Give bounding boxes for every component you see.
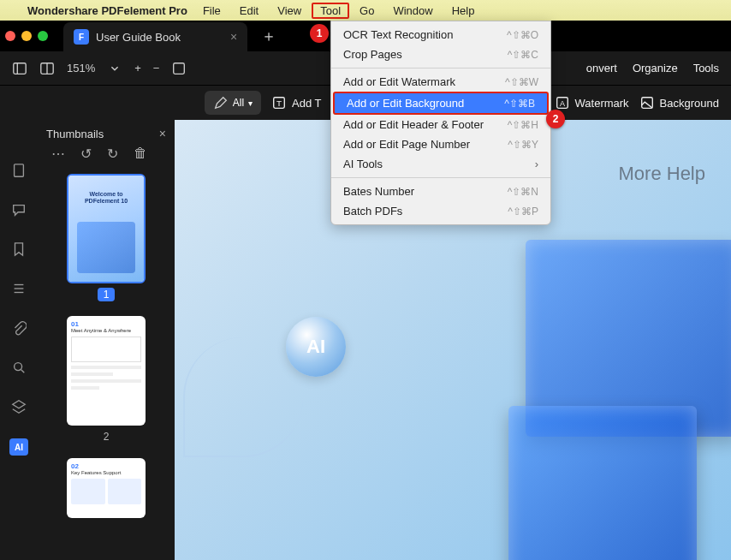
menu-item-crop-pages[interactable]: Crop Pages^⇧⌘C [331, 45, 550, 64]
maximize-window-button[interactable] [38, 31, 48, 41]
menu-window[interactable]: Window [384, 3, 441, 19]
menu-item-label: Add or Edit Background [347, 97, 504, 110]
menu-item-shortcut: ^⇧⌘H [508, 119, 538, 131]
background-icon [639, 95, 655, 110]
watermark-icon: A [555, 95, 570, 110]
menu-item-shortcut: ^⇧⌘C [508, 49, 538, 61]
annotation-1: 1 [310, 24, 329, 43]
thumbnails-panel-icon[interactable] [11, 163, 27, 178]
add-text-label: Add T [292, 97, 321, 110]
menu-tool[interactable]: Tool [312, 3, 349, 19]
menu-item-label: Crop Pages [343, 48, 508, 61]
more-options-icon[interactable]: ⋯ [51, 146, 65, 162]
edit-all-label: All [233, 97, 244, 109]
close-tab-icon[interactable]: × [230, 30, 237, 44]
tools-menu[interactable]: Tools [693, 62, 719, 74]
page-number-2: 2 [104, 431, 110, 443]
page-thumbnail-2[interactable]: 01 Meet Anytime & Anywhere [67, 316, 146, 426]
menu-item-label: AI Tools [343, 158, 535, 170]
menu-item-shortcut: ^⇧⌘N [508, 186, 538, 198]
zoom-out-button[interactable]: − [153, 62, 160, 74]
menu-item-label: Batch PDFs [343, 205, 508, 217]
menu-item-ocr-text-recognition[interactable]: OCR Text Recognition^⇧⌘O [331, 25, 550, 45]
menu-go[interactable]: Go [351, 3, 383, 19]
search-icon[interactable] [11, 360, 27, 375]
chevron-down-icon[interactable] [107, 61, 122, 76]
layers-icon[interactable] [11, 399, 27, 414]
svg-line-15 [21, 370, 25, 373]
svg-text:T: T [276, 98, 282, 108]
menu-item-add-or-edit-header-footer[interactable]: Add or Edit Header & Footer^⇧⌘H [331, 115, 550, 134]
menu-edit[interactable]: Edit [231, 3, 267, 19]
menu-item-add-or-edit-page-number[interactable]: Add or Edit Page Number^⇧⌘Y [331, 134, 550, 154]
convert-menu[interactable]: onvert [586, 62, 617, 74]
tab-title: User Guide Book [96, 31, 181, 44]
close-window-button[interactable] [5, 31, 15, 41]
minimize-window-button[interactable] [21, 31, 32, 41]
menu-item-shortcut: ^⇧⌘W [505, 76, 538, 88]
background-button[interactable]: Background [639, 95, 719, 110]
menu-file[interactable]: File [194, 3, 229, 19]
new-tab-button[interactable]: ＋ [261, 26, 276, 46]
chevron-down-icon: ▾ [248, 98, 253, 108]
menu-item-shortcut: ^⇧⌘O [507, 29, 538, 41]
menu-item-label: OCR Text Recognition [343, 28, 507, 41]
more-help-text: More Help [619, 163, 705, 185]
svg-point-14 [15, 363, 22, 371]
page-thumbnail-3[interactable]: 02 Key Features Support [67, 458, 146, 518]
menu-item-add-or-edit-watermark[interactable]: Add or Edit Watermark^⇧⌘W [331, 72, 550, 92]
rotate-right-icon[interactable]: ↻ [107, 146, 118, 162]
chevron-right-icon: › [535, 158, 538, 170]
attachments-panel-icon[interactable] [11, 320, 27, 336]
macos-menubar: Wondershare PDFelement Pro File Edit Vie… [0, 0, 731, 21]
list-panel-icon[interactable] [11, 281, 27, 296]
zoom-level[interactable]: 151% [67, 62, 95, 74]
sidebar-toggle-icon[interactable] [12, 61, 27, 76]
menu-item-ai-tools[interactable]: AI Tools› [331, 154, 550, 174]
delete-page-icon[interactable]: 🗑 [134, 146, 147, 162]
menu-item-label: Add or Edit Watermark [343, 75, 505, 88]
menu-view[interactable]: View [269, 3, 310, 19]
thumbnails-panel: Thumbnails × ⋯ ↺ ↻ 🗑 Welcome to PDFeleme… [38, 120, 175, 560]
annotation-2: 2 [546, 110, 565, 128]
app-name[interactable]: Wondershare PDFelement Pro [27, 4, 187, 17]
thumbnails-title: Thumbnails [46, 128, 104, 140]
svg-rect-10 [15, 164, 24, 176]
menu-item-add-or-edit-background[interactable]: Add or Edit Background^⇧⌘B [333, 92, 549, 115]
zoom-in-button[interactable]: + [134, 62, 141, 74]
ai-sidebar-button[interactable]: AI [9, 438, 28, 456]
thumb3-title: Key Features Support [71, 470, 141, 475]
thumb2-title: Meet Anytime & Anywhere [71, 328, 141, 333]
document-tab[interactable]: F User Guide Book × [63, 22, 247, 51]
add-text-button[interactable]: T Add T [271, 95, 321, 110]
rotate-left-icon[interactable]: ↺ [80, 146, 92, 162]
menu-help[interactable]: Help [443, 3, 484, 19]
watermark-button[interactable]: A Watermark [555, 95, 629, 110]
svg-rect-0 [14, 63, 26, 74]
two-page-view-icon[interactable] [39, 61, 55, 76]
bookmarks-panel-icon[interactable] [11, 241, 27, 257]
menu-item-bates-number[interactable]: Bates Number^⇧⌘N [331, 182, 550, 201]
svg-text:A: A [560, 99, 565, 108]
fit-page-icon[interactable] [171, 61, 187, 76]
pen-icon [213, 95, 229, 110]
thumb3-num: 02 [71, 462, 141, 470]
page-thumbnail-1[interactable]: Welcome to PDFelement 10 [67, 174, 146, 283]
menu-item-shortcut: ^⇧⌘P [508, 206, 538, 217]
tool-menu-dropdown: OCR Text Recognition^⇧⌘OCrop Pages^⇧⌘CAd… [330, 21, 551, 225]
thumb2-num: 01 [71, 320, 141, 328]
svg-rect-4 [174, 63, 185, 74]
app-icon: F [74, 29, 89, 45]
watermark-label: Watermark [575, 97, 629, 110]
organize-menu[interactable]: Organize [633, 62, 678, 74]
menu-item-batch-pdfs[interactable]: Batch PDFs^⇧⌘P [331, 201, 550, 221]
menu-item-shortcut: ^⇧⌘Y [508, 139, 538, 151]
left-sidebar: AI [0, 120, 38, 560]
edit-all-dropdown[interactable]: All ▾ [205, 91, 261, 115]
comments-panel-icon[interactable] [11, 202, 27, 217]
close-panel-icon[interactable]: × [159, 127, 166, 140]
menu-item-label: Bates Number [343, 185, 508, 198]
thumb1-title2: PDFelement 10 [68, 198, 144, 205]
page-number-1: 1 [98, 288, 116, 301]
menu-item-shortcut: ^⇧⌘B [504, 98, 535, 110]
